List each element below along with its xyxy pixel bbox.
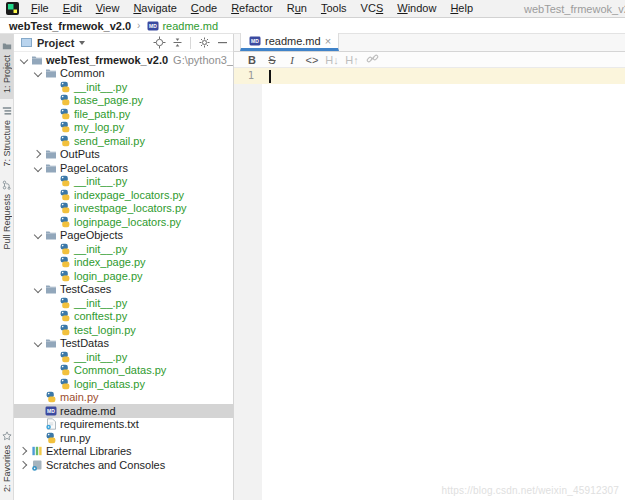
tree-item-send-email-py[interactable]: send_email.py [14, 134, 233, 148]
tree-item-common-datas-py[interactable]: Common_datas.py [14, 364, 233, 378]
hide-button[interactable] [214, 35, 230, 51]
tree-item-label: conftest.py [71, 310, 127, 322]
tree-item--init-py[interactable]: __init__.py [14, 242, 233, 256]
project-panel-title[interactable]: Project [37, 37, 74, 49]
svg-text:MD: MD [47, 408, 55, 414]
chevron-down-icon[interactable] [32, 229, 44, 241]
tree-item-indexpage-locators-py[interactable]: indexpage_locators.py [14, 188, 233, 202]
chevron-down-icon[interactable] [32, 162, 44, 174]
tree-item--init-py[interactable]: __init__.py [14, 175, 233, 189]
chevron-spacer [46, 351, 58, 363]
tree-item-label: Common_datas.py [71, 364, 166, 376]
stripe-top-group: 1: Project7: StructurePull Requests [0, 34, 13, 255]
chevron-spacer [32, 391, 44, 403]
md-code-span-button[interactable]: <> [304, 54, 320, 66]
menu-view[interactable]: View [89, 0, 127, 17]
tree-item-requirements-txt[interactable]: requirements.txt [14, 418, 233, 432]
tree-item-external-libraries[interactable]: External Libraries [14, 445, 233, 459]
tab-label: readme.md [265, 35, 321, 47]
editor-canvas[interactable]: 1 https://blog.csdn.net/weixin_45912307 [234, 68, 625, 500]
tree-item--init-py[interactable]: __init__.py [14, 350, 233, 364]
chevron-right-icon[interactable] [18, 459, 30, 471]
python-file-icon [58, 175, 71, 187]
md-link-button[interactable] [364, 53, 380, 67]
menu-refactor[interactable]: Refactor [224, 0, 280, 17]
stripe-bottom-group: 2: Favorites [0, 424, 13, 498]
tree-item-label: index_page.py [71, 256, 146, 268]
stripe-button-2-favorites[interactable]: 2: Favorites [0, 424, 13, 498]
menu-help[interactable]: Help [443, 0, 480, 17]
tree-item-testdatas[interactable]: TestDatas [14, 337, 233, 351]
menu-code[interactable]: Code [184, 0, 224, 17]
chevron-down-icon[interactable] [32, 283, 44, 295]
stripe-button-7-structure[interactable]: 7: Structure [0, 99, 13, 173]
tree-item-run-py[interactable]: run.py [14, 431, 233, 445]
tree-item-index-page-py[interactable]: index_page.py [14, 256, 233, 270]
tree-item-common[interactable]: Common [14, 67, 233, 81]
tree-item-pageobjects[interactable]: PageObjects [14, 229, 233, 243]
tree-item-readme-md[interactable]: MDreadme.md [14, 404, 233, 418]
close-icon[interactable]: × [325, 36, 331, 46]
chevron-down-icon[interactable] [32, 337, 44, 349]
collapse-all-button[interactable] [169, 35, 185, 51]
tab-readme-md[interactable]: MD readme.md × [240, 33, 339, 51]
tree-item-login-page-py[interactable]: login_page.py [14, 269, 233, 283]
tree-item-login-datas-py[interactable]: login_datas.py [14, 377, 233, 391]
md-strikethrough-button[interactable]: S [264, 54, 280, 66]
settings-button[interactable] [196, 35, 212, 51]
tree-item-file-path-py[interactable]: file_path.py [14, 107, 233, 121]
md-file-icon: MD [248, 35, 261, 47]
python-file-icon [58, 202, 71, 214]
menu-edit[interactable]: Edit [56, 0, 89, 17]
menu-run[interactable]: Run [280, 0, 314, 17]
tree-item-outputs[interactable]: OutPuts [14, 148, 233, 162]
chevron-down-icon[interactable] [32, 67, 44, 79]
menu-file[interactable]: File [24, 0, 56, 17]
stripe-button-1-project[interactable]: 1: Project [0, 34, 13, 99]
md-file-icon: MD [146, 20, 159, 32]
chevron-down-icon[interactable] [18, 54, 30, 66]
tree-item-pagelocators[interactable]: PageLocators [14, 161, 233, 175]
toolbar-separator [190, 37, 191, 49]
tree-item-label: login_datas.py [71, 378, 145, 390]
pycharm-logo-icon [6, 3, 19, 15]
breadcrumb-file-label: readme.md [162, 20, 218, 32]
txt-file-icon [44, 418, 57, 430]
tree-item-webtest-frmewok-v2-0[interactable]: webTest_frmewok_v2.0G:\python3_code\subl… [14, 53, 233, 67]
tree-item-base-page-py[interactable]: base_page.py [14, 94, 233, 108]
chevron-down-icon[interactable] [79, 41, 85, 45]
menu-vcs[interactable]: VCS [354, 0, 391, 17]
chevron-right-icon[interactable] [18, 445, 30, 457]
md-header-up-button[interactable]: H↑ [344, 54, 360, 66]
stripe-button-pull-requests[interactable]: Pull Requests [0, 173, 13, 256]
tree-item--init-py[interactable]: __init__.py [14, 80, 233, 94]
md-italic-button[interactable]: I [284, 54, 300, 66]
menu-tools[interactable]: Tools [314, 0, 354, 17]
tree-item-testcases[interactable]: TestCases [14, 283, 233, 297]
chevron-spacer [46, 94, 58, 106]
tree-item-investpage-locators-py[interactable]: investpage_locators.py [14, 202, 233, 216]
breadcrumb: webTest_frmewok_v2.0 › MD readme.md [0, 18, 625, 34]
tree-item-conftest-py[interactable]: conftest.py [14, 310, 233, 324]
tree-item-loginpage-locators-py[interactable]: loginpage_locators.py [14, 215, 233, 229]
chevron-spacer [46, 135, 58, 147]
python-file-icon [58, 256, 71, 268]
python-file-icon [58, 108, 71, 120]
menu-window[interactable]: Window [390, 0, 443, 17]
breadcrumb-project[interactable]: webTest_frmewok_v2.0 [9, 20, 131, 32]
menu-navigate[interactable]: Navigate [126, 0, 183, 17]
chevron-spacer [46, 256, 58, 268]
tree-item-test-login-py[interactable]: test_login.py [14, 323, 233, 337]
tree-item-my-log-py[interactable]: my_log.py [14, 121, 233, 135]
tree-item-label: loginpage_locators.py [71, 216, 181, 228]
chevron-spacer [46, 378, 58, 390]
md-bold-button[interactable]: B [244, 54, 260, 66]
tree-item-scratches-and-consoles[interactable]: Scratches and Consoles [14, 458, 233, 472]
stripe-structure-icon [0, 105, 13, 117]
md-header-down-button[interactable]: H↓ [324, 54, 340, 66]
tree-item-main-py[interactable]: main.py [14, 391, 233, 405]
locate-button[interactable] [151, 35, 167, 51]
breadcrumb-file[interactable]: MD readme.md [146, 20, 218, 32]
tree-item--init-py[interactable]: __init__.py [14, 296, 233, 310]
chevron-right-icon[interactable] [32, 148, 44, 160]
